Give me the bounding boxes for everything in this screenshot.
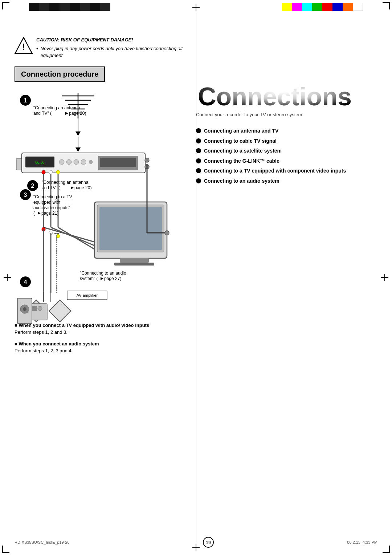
svg-text:2: 2 [31, 183, 34, 189]
connection-diagram: 1 "Connecting an antenna and TV" ( page … [15, 89, 181, 344]
svg-point-87 [23, 307, 26, 311]
svg-point-84 [38, 306, 42, 311]
svg-text:"Connecting to a TV: "Connecting to a TV [33, 194, 72, 199]
svg-point-23 [74, 159, 79, 165]
note2: ■ When you connect an audio system Perfo… [15, 340, 189, 355]
svg-point-67 [165, 231, 169, 235]
svg-text:3: 3 [24, 192, 27, 198]
crosshair-top [192, 4, 200, 11]
svg-text:equipped with: equipped with [33, 200, 60, 205]
svg-marker-11 [75, 131, 81, 136]
caution-body: Never plug in any power cords until you … [41, 45, 189, 59]
bottom-notes: ■ When you connect a TV equipped with au… [15, 322, 189, 355]
svg-marker-35 [71, 186, 74, 189]
svg-point-29 [145, 158, 149, 162]
corner-mark-tr [383, 2, 390, 9]
bullet-dot-6 [196, 178, 201, 183]
left-panel: ! CAUTION: RISK OF EQUIPMENT DAMAGE! • N… [15, 15, 189, 540]
footer: RD-XS35SU/SC_InstE_p19-28 19 06.2.13, 4:… [15, 537, 377, 548]
bullet-dot-5 [196, 168, 201, 173]
color-bar-right [282, 3, 363, 11]
note1: ■ When you connect a TV equipped with au… [15, 322, 189, 336]
caution-box: ! CAUTION: RISK OF EQUIPMENT DAMAGE! • N… [15, 36, 189, 59]
svg-text:1: 1 [24, 97, 27, 104]
note2-title: ■ When you connect an audio system [15, 340, 189, 348]
svg-text:page 20): page 20) [74, 185, 91, 190]
svg-text:"Connecting an antenna: "Connecting an antenna [33, 105, 80, 110]
crosshair-right [381, 274, 388, 281]
bullet-dot-1 [196, 128, 201, 133]
connections-subtitle: Connect your recorder to your TV or ster… [196, 112, 377, 117]
corner-mark-bl [2, 546, 9, 553]
bullet-dot-3 [196, 148, 201, 153]
connection-procedure-title: Connection procedure [21, 70, 98, 78]
bullet-item-2: Connecting to cable TV signal [196, 138, 377, 145]
svg-point-24 [81, 159, 86, 165]
warning-triangle-icon: ! [15, 36, 33, 54]
svg-point-41 [49, 170, 53, 174]
svg-text:audio/video inputs": audio/video inputs" [33, 205, 70, 210]
svg-point-21 [59, 159, 64, 165]
connections-heading: Connections [198, 82, 352, 109]
caution-text-block: CAUTION: RISK OF EQUIPMENT DAMAGE! • Nev… [36, 36, 189, 59]
bullet-text-2: Connecting to cable TV signal [204, 138, 277, 145]
svg-line-61 [58, 227, 94, 249]
svg-point-22 [66, 159, 72, 165]
svg-rect-53 [99, 207, 162, 250]
bullet-item-1: Connecting an antenna and TV [196, 127, 377, 135]
color-bar-left [29, 3, 110, 11]
svg-rect-54 [120, 258, 149, 263]
svg-text:"Connecting an antenna: "Connecting an antenna [42, 180, 89, 185]
svg-point-25 [89, 160, 93, 164]
note2-body: Perform steps 1, 2, 3 and 4. [15, 347, 189, 355]
svg-marker-81 [49, 300, 71, 322]
svg-text:and TV" (: and TV" ( [33, 111, 52, 116]
svg-text:4: 4 [24, 279, 27, 285]
svg-text:page 27): page 27) [104, 276, 121, 281]
bullet-text-6: Connecting to an audio system [204, 178, 279, 185]
connections-title-svg: Connections [196, 80, 363, 109]
footer-file-name: RD-XS35SU/SC_InstE_p19-28 [15, 540, 70, 544]
svg-marker-49 [38, 212, 41, 215]
svg-point-40 [42, 170, 45, 174]
bullet-dot-4 [196, 158, 201, 163]
page-number: 19 [203, 537, 214, 548]
svg-text:(: ( [33, 211, 35, 216]
footer-timestamp: 06.2.13, 4:33 PM [347, 540, 377, 544]
svg-rect-55 [114, 263, 154, 266]
svg-text:"Connecting to an audio: "Connecting to an audio [80, 271, 126, 276]
note1-body: Perform steps 1, 2 and 3. [15, 329, 189, 336]
bullet-item-5: Connecting to a TV equipped with compone… [196, 167, 377, 175]
svg-marker-14 [65, 112, 68, 115]
note1-title: ■ When you connect a TV equipped with au… [15, 322, 189, 329]
svg-text:page 20): page 20) [69, 111, 86, 116]
svg-marker-17 [75, 147, 81, 152]
svg-text:!: ! [22, 42, 25, 52]
svg-rect-28 [16, 158, 21, 170]
svg-marker-72 [101, 277, 103, 280]
corner-mark-br [383, 546, 390, 553]
bullet-item-6: Connecting to an audio system [196, 178, 377, 185]
svg-point-42 [56, 170, 60, 174]
caution-title: CAUTION: RISK OF EQUIPMENT DAMAGE! [36, 36, 189, 44]
feature-list: Connecting an antenna and TV Connecting … [196, 127, 377, 185]
crosshair-left [4, 274, 11, 281]
bullet-text-1: Connecting an antenna and TV [204, 127, 278, 135]
right-panel: Connections Connect your recorder to you… [196, 15, 377, 540]
bullet-item-3: Connecting to a satellite system [196, 147, 377, 155]
bullet-text-3: Connecting to a satellite system [204, 147, 282, 155]
bullet-text-4: Connecting the G-LINK™ cable [204, 158, 279, 165]
bullet-text-5: Connecting to a TV equipped with compone… [204, 167, 346, 175]
bullet-dot-2 [196, 138, 201, 143]
svg-rect-27 [100, 158, 136, 167]
svg-text:00:00: 00:00 [35, 161, 44, 165]
bullet-item-4: Connecting the G-LINK™ cable [196, 158, 377, 165]
svg-text:AV amplifier: AV amplifier [77, 293, 98, 297]
connection-procedure-box: Connection procedure [15, 66, 105, 82]
svg-text:system" (: system" ( [80, 276, 98, 281]
corner-mark-tl [2, 2, 9, 9]
